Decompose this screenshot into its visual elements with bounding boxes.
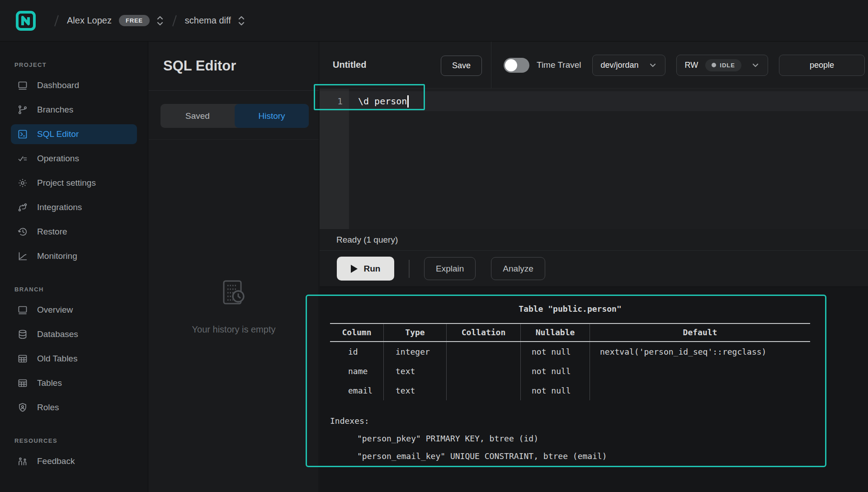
table-cell [590, 361, 810, 381]
project-switcher-chevron-icon[interactable] [237, 15, 245, 27]
sql-editor-icon [17, 129, 28, 140]
plan-badge: FREE [119, 15, 150, 26]
history-empty-state: Your history is empty [149, 276, 319, 335]
branch-select-value: dev/jordan [601, 61, 639, 70]
tab-saved[interactable]: Saved [160, 104, 235, 128]
actions-divider [409, 260, 410, 278]
breadcrumb-user[interactable]: Alex Lopez [67, 15, 112, 26]
table-cell: nextval('person_id_seq'::regclass) [590, 342, 810, 361]
neon-logo-icon[interactable] [15, 10, 36, 31]
time-travel-toggle[interactable] [504, 58, 529, 73]
sidebar-item-monitoring[interactable]: Monitoring [11, 246, 137, 266]
toggle-knob [505, 59, 517, 71]
result-table-body: id integer not null nextval('person_id_s… [330, 342, 810, 400]
breadcrumb-slash [54, 15, 59, 26]
sidebar-item-restore[interactable]: Restore [11, 222, 137, 242]
connection-controls: Time Travel dev/jordan RW IDLE [491, 42, 868, 89]
saved-history-tabs: Saved History [160, 104, 309, 128]
sidebar-item-label: Databases [37, 329, 78, 339]
tab-history[interactable]: History [235, 104, 309, 128]
sidebar-item-label: Roles [37, 403, 59, 412]
sidebar-item-roles[interactable]: Roles [11, 398, 137, 417]
endpoint-status-text: IDLE [720, 62, 735, 69]
table-cell: integer [384, 342, 447, 361]
tabs-container: Saved History [149, 91, 319, 140]
col-header: Column [330, 324, 384, 341]
sidebar-item-label: Old Tables [37, 354, 77, 364]
history-empty-document-clock-icon [149, 276, 319, 313]
run-button[interactable]: Run [337, 257, 394, 281]
sidebar-item-project-settings[interactable]: Project settings [11, 173, 137, 193]
result-indexes: Indexes: "person_pkey" PRIMARY KEY, btre… [330, 412, 810, 465]
endpoint-status-badge: IDLE [705, 59, 741, 71]
sidebar-item-old-tables[interactable]: Old Tables [11, 349, 137, 369]
sql-editor-list-panel: SQL Editor Saved History Your history is… [149, 42, 319, 492]
query-status-bar: Ready (1 query) [320, 229, 868, 251]
query-actions: Run Explain Analyze [320, 251, 868, 287]
table-icon [17, 353, 28, 364]
sidebar-item-feedback[interactable]: Feedback [11, 451, 137, 471]
run-button-label: Run [364, 264, 381, 274]
indexes-label: Indexes: [330, 412, 810, 430]
dashboard-icon [17, 80, 28, 91]
table-icon [17, 378, 28, 389]
breadcrumb-slash [172, 15, 177, 26]
sidebar-item-label: Branches [37, 105, 73, 115]
sidebar-section-project: PROJECT [14, 61, 137, 68]
index-line: "person_email_key" UNIQUE CONSTRAINT, bt… [330, 447, 810, 465]
sidebar-item-branches[interactable]: Branches [11, 100, 137, 120]
sidebar-item-integrations[interactable]: Integrations [11, 197, 137, 217]
status-text: Ready (1 query) [336, 235, 398, 245]
database-select[interactable]: people [779, 55, 865, 76]
analyze-button[interactable]: Analyze [491, 257, 545, 280]
table-cell: text [384, 381, 447, 400]
query-title[interactable]: Untitled [333, 60, 366, 70]
col-header: Default [590, 324, 810, 341]
col-header: Type [384, 324, 447, 341]
result-table-header: Column Type Collation Nullable Default [330, 324, 810, 341]
col-header: Nullable [521, 324, 590, 341]
feedback-people-icon [17, 456, 28, 467]
table-cell [447, 361, 521, 381]
table-cell [447, 342, 521, 361]
table-cell: name [330, 361, 384, 381]
endpoint-select[interactable]: RW IDLE [676, 55, 768, 76]
sidebar-item-label: Dashboard [37, 80, 79, 90]
explain-button[interactable]: Explain [424, 257, 476, 280]
sidebar-item-tables[interactable]: Tables [11, 373, 137, 393]
status-dot-icon [712, 63, 716, 67]
sidebar-item-overview[interactable]: Overview [11, 300, 137, 320]
breadcrumb-project[interactable]: schema diff [185, 15, 231, 26]
save-button[interactable]: Save [441, 56, 482, 76]
table-cell: id [330, 342, 384, 361]
sidebar-item-label: Feedback [37, 456, 75, 466]
result-table-title: Table "public.person" [330, 304, 810, 314]
restore-clock-icon [17, 226, 28, 237]
sidebar-item-label: Tables [37, 378, 62, 388]
database-select-value: people [810, 61, 834, 70]
sidebar-item-operations[interactable]: Operations [11, 149, 137, 169]
sql-editor-panel-header: SQL Editor [149, 42, 319, 91]
sidebar-item-databases[interactable]: Databases [11, 324, 137, 344]
user-switcher-chevron-icon[interactable] [156, 15, 164, 27]
table-cell [447, 381, 521, 400]
integrations-icon [17, 202, 28, 213]
play-icon [351, 265, 358, 273]
sidebar-item-sql-editor[interactable]: SQL Editor [11, 124, 137, 144]
table-cell [590, 381, 810, 400]
gear-icon [17, 178, 28, 188]
query-header: Untitled Save Time Travel dev/jordan RW [320, 42, 868, 89]
sidebar-item-label: Monitoring [37, 251, 77, 261]
roles-shield-icon [17, 402, 28, 413]
sidebar-item-dashboard[interactable]: Dashboard [11, 75, 137, 95]
index-line: "person_pkey" PRIMARY KEY, btree (id) [330, 430, 810, 447]
table-cell: not null [521, 381, 590, 400]
branch-select[interactable]: dev/jordan [592, 55, 665, 76]
sidebar-section-resources: RESOURCES [14, 437, 137, 444]
annotation-box-editor [314, 84, 425, 110]
time-travel-label: Time Travel [537, 60, 581, 70]
sidebar-section-branch: BRANCH [14, 286, 137, 293]
sidebar-item-label: Restore [37, 227, 67, 237]
operations-icon [17, 153, 28, 164]
sidebar-item-label: Project settings [37, 178, 96, 188]
